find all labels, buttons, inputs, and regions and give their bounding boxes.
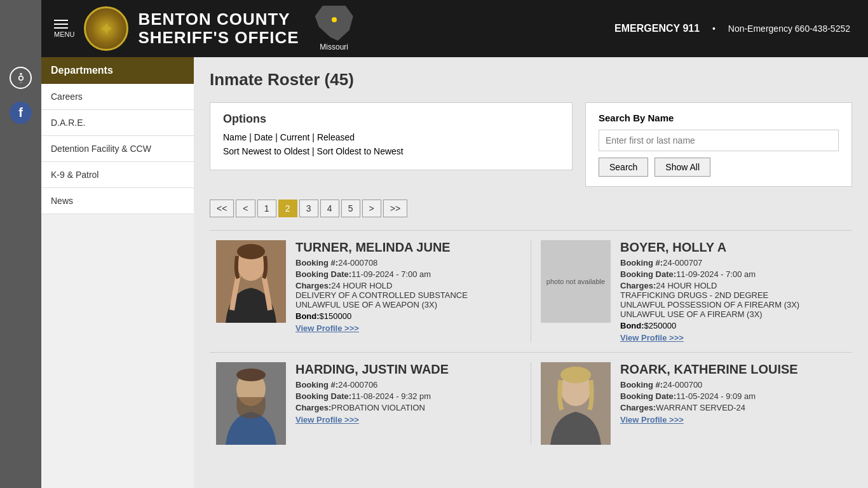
filter-name-link[interactable]: Name bbox=[223, 132, 247, 142]
non-emergency-label: Non-Emergency 660-438-5252 bbox=[728, 24, 850, 34]
inmate-divider bbox=[531, 362, 531, 445]
emergency-label: EMERGENCY 911 bbox=[614, 23, 700, 34]
inmate-photo-boyer: photo not available bbox=[541, 240, 611, 323]
inmate-card-harding: HARDING, JUSTIN WADE Booking #:24-000706… bbox=[210, 362, 527, 445]
office-name-line1: BENTON COUNTY bbox=[138, 10, 299, 29]
main-content: Inmate Roster (45) Options Name | Date |… bbox=[194, 57, 868, 488]
filter-released-link[interactable]: Released bbox=[317, 132, 355, 142]
sort-oldest-link[interactable]: Sort Oldest to Newest bbox=[317, 146, 403, 156]
page-5-button[interactable]: 5 bbox=[341, 200, 360, 217]
main-layout: Departments Careers D.A.R.E. Detention F… bbox=[41, 57, 868, 488]
missouri-map-shape bbox=[315, 6, 353, 41]
menu-label: MENU bbox=[54, 30, 74, 38]
show-all-button[interactable]: Show All bbox=[654, 158, 710, 177]
inmate-details-boyer: BOYER, HOLLY A Booking #:24-000707 Booki… bbox=[620, 240, 846, 342]
sidebar-item-label: Detention Facility & CCW bbox=[51, 144, 151, 154]
sidebar-item-label: K-9 & Patrol bbox=[51, 170, 98, 180]
inmate-row: HARDING, JUSTIN WADE Booking #:24-000706… bbox=[210, 352, 852, 454]
sort-links-row: Sort Newest to Oldest | Sort Oldest to N… bbox=[223, 146, 559, 156]
view-profile-link[interactable]: View Profile >>> bbox=[295, 415, 359, 424]
search-button[interactable]: Search bbox=[599, 158, 648, 177]
page-1-button[interactable]: 1 bbox=[257, 200, 276, 217]
page-first-button[interactable]: << bbox=[210, 200, 234, 217]
options-title: Options bbox=[223, 112, 559, 126]
filter-date-link[interactable]: Date bbox=[254, 132, 273, 142]
booking-date-line: Booking Date:11-09-2024 - 7:00 am bbox=[620, 269, 846, 279]
separator: • bbox=[712, 24, 715, 34]
inmate-name: TURNER, MELINDA JUNE bbox=[295, 240, 521, 255]
inmate-name: HARDING, JUSTIN WADE bbox=[295, 362, 521, 377]
view-profile-link[interactable]: View Profile >>> bbox=[620, 333, 684, 342]
inmate-details-harding: HARDING, JUSTIN WADE Booking #:24-000706… bbox=[295, 362, 521, 445]
sidebar-item-label: News bbox=[51, 196, 73, 206]
view-profile-link[interactable]: View Profile >>> bbox=[295, 323, 359, 333]
inmate-row: TURNER, MELINDA JUNE Booking #:24-000708… bbox=[210, 230, 852, 352]
inmate-details-turner: TURNER, MELINDA JUNE Booking #:24-000708… bbox=[295, 240, 521, 342]
filter-links-row: Name | Date | Current | Released bbox=[223, 132, 559, 142]
sidebar-item-label: Careers bbox=[51, 92, 83, 102]
view-profile-link[interactable]: View Profile >>> bbox=[620, 415, 684, 424]
search-section: Search By Name Search Show All bbox=[585, 102, 852, 187]
page-2-button[interactable]: 2 bbox=[278, 200, 297, 217]
search-buttons: Search Show All bbox=[599, 158, 839, 177]
sort-newest-link[interactable]: Sort Newest to Oldest bbox=[223, 146, 309, 156]
pagination: << < 1 2 3 4 5 > >> bbox=[210, 200, 852, 217]
page-4-button[interactable]: 4 bbox=[320, 200, 339, 217]
page-title: Inmate Roster (45) bbox=[210, 70, 852, 90]
sidebar-item-careers[interactable]: Careers bbox=[41, 84, 194, 110]
inmate-photo-roark bbox=[541, 362, 611, 445]
charges-line: Charges:24 HOUR HOLD TRAFFICKING DRUGS -… bbox=[620, 281, 846, 319]
sidebar: Departments Careers D.A.R.E. Detention F… bbox=[41, 57, 194, 488]
emergency-info: EMERGENCY 911 • Non-Emergency 660-438-52… bbox=[609, 23, 855, 34]
office-name-line2: SHERIFF'S OFFICE bbox=[138, 29, 299, 47]
sheriff-badge: ✦ bbox=[84, 6, 128, 51]
inmate-photo-turner bbox=[216, 240, 286, 323]
search-title: Search By Name bbox=[599, 112, 839, 123]
booking-num-line: Booking #:24-000706 bbox=[295, 380, 521, 390]
menu-button[interactable]: MENU bbox=[54, 20, 74, 38]
bond-line: Bond:$250000 bbox=[620, 321, 846, 330]
charges-line: Charges:WARRANT SERVED-24 bbox=[620, 403, 846, 412]
page-last-button[interactable]: >> bbox=[383, 200, 407, 217]
accessibility-bar: f bbox=[0, 0, 41, 488]
facebook-button[interactable]: f bbox=[10, 102, 32, 124]
page-3-button[interactable]: 3 bbox=[299, 200, 318, 217]
inmate-photo-harding bbox=[216, 362, 286, 445]
accessibility-button[interactable] bbox=[10, 67, 32, 89]
sidebar-item-k9[interactable]: K-9 & Patrol bbox=[41, 162, 194, 188]
inmate-card-turner: TURNER, MELINDA JUNE Booking #:24-000708… bbox=[210, 240, 527, 342]
page-next-button[interactable]: > bbox=[362, 200, 381, 217]
options-section: Options Name | Date | Current | Released… bbox=[210, 102, 852, 187]
booking-date-line: Booking Date:11-05-2024 - 9:09 am bbox=[620, 391, 846, 401]
booking-num-line: Booking #:24-000707 bbox=[620, 258, 846, 268]
inmate-name: ROARK, KATHERINE LOUISE bbox=[620, 362, 846, 377]
sidebar-item-news[interactable]: News bbox=[41, 188, 194, 214]
inmate-name: BOYER, HOLLY A bbox=[620, 240, 846, 255]
sidebar-item-dare[interactable]: D.A.R.E. bbox=[41, 110, 194, 136]
inmate-details-roark: ROARK, KATHERINE LOUISE Booking #:24-000… bbox=[620, 362, 846, 445]
booking-date-line: Booking Date:11-08-2024 - 9:32 pm bbox=[295, 391, 521, 401]
page-prev-button[interactable]: < bbox=[236, 200, 255, 217]
inmate-card-boyer: photo not available BOYER, HOLLY A Booki… bbox=[534, 240, 852, 342]
filter-current-link[interactable]: Current bbox=[280, 132, 310, 142]
office-title: BENTON COUNTY SHERIFF'S OFFICE bbox=[138, 10, 299, 46]
sidebar-item-detention[interactable]: Detention Facility & CCW bbox=[41, 136, 194, 162]
inmate-divider bbox=[531, 240, 531, 342]
sidebar-item-label: D.A.R.E. bbox=[51, 118, 85, 128]
sidebar-header: Departments bbox=[41, 57, 194, 84]
inmates-grid: TURNER, MELINDA JUNE Booking #:24-000708… bbox=[210, 230, 852, 454]
bond-line: Bond:$150000 bbox=[295, 311, 521, 321]
site-header: MENU ✦ BENTON COUNTY SHERIFF'S OFFICE Mi… bbox=[41, 0, 868, 57]
state-label: Missouri bbox=[320, 43, 348, 51]
search-input[interactable] bbox=[599, 130, 839, 151]
charges-line: Charges:24 HOUR HOLD DELIVERY OF A CONTR… bbox=[295, 281, 521, 309]
photo-not-available: photo not available bbox=[541, 240, 611, 323]
inmate-card-roark: ROARK, KATHERINE LOUISE Booking #:24-000… bbox=[534, 362, 852, 445]
options-box: Options Name | Date | Current | Released… bbox=[210, 102, 573, 170]
booking-date-line: Booking Date:11-09-2024 - 7:00 am bbox=[295, 269, 521, 279]
svg-point-0 bbox=[20, 72, 22, 74]
header-left: MENU ✦ BENTON COUNTY SHERIFF'S OFFICE Mi… bbox=[54, 6, 353, 51]
svg-point-9 bbox=[560, 367, 591, 383]
charges-line: Charges:PROBATION VIOLATION bbox=[295, 403, 521, 412]
svg-point-6 bbox=[236, 369, 266, 381]
